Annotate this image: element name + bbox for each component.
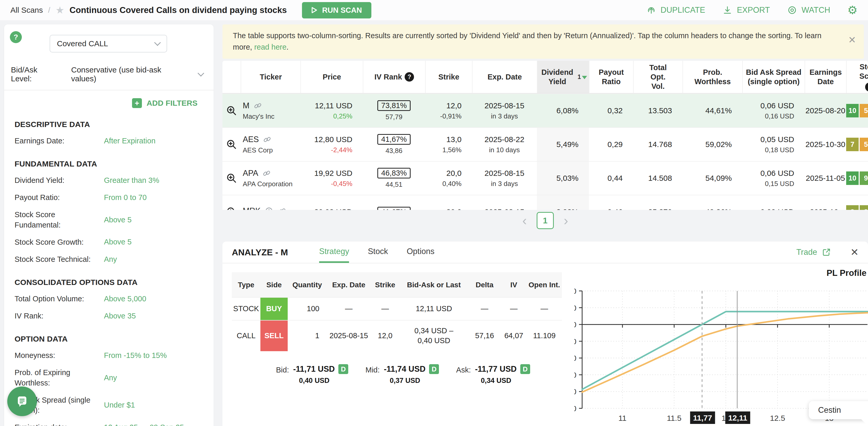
play-icon xyxy=(311,7,317,13)
filter-moneyness[interactable]: Moneyness: From -15% to 15% xyxy=(14,351,207,361)
breadcrumb-all-scans[interactable]: All Scans xyxy=(10,6,43,14)
svg-text:0: 0 xyxy=(574,320,577,329)
leg-bid-ask: 0,34 USD – 0,40 USD xyxy=(408,326,460,346)
link-icon[interactable] xyxy=(277,206,287,210)
leg-strike: — xyxy=(371,298,399,320)
help-icon[interactable]: ? xyxy=(10,31,22,43)
question-icon[interactable]: ? xyxy=(405,72,414,81)
add-filters-button[interactable]: + ADD FILTERS xyxy=(132,98,197,108)
chat-fab-button[interactable] xyxy=(7,387,37,416)
header-strike[interactable]: Strike xyxy=(425,61,472,93)
strategy-select[interactable]: Covered CALL xyxy=(50,35,167,53)
header-earnings-date[interactable]: Earnings Date xyxy=(805,61,846,93)
read-here-link[interactable]: read here xyxy=(254,43,286,51)
run-scan-button[interactable]: RUN SCAN xyxy=(302,2,371,19)
leg-iv: 64,07 xyxy=(501,321,527,351)
filter-expiration-date[interactable]: Expiration date: 12 Aug 25 — 09 Sep 25 xyxy=(14,422,207,426)
filter-dividend-yield[interactable]: Dividend Yield: Greater than 3% xyxy=(14,175,207,186)
header-iv-rank[interactable]: IV Rank? xyxy=(363,61,425,93)
trade-button[interactable]: Trade xyxy=(796,248,831,257)
table-row[interactable]: M Macy's Inc 12,11 USD0,25% 73,81%57,79 … xyxy=(222,94,868,127)
tab-stock[interactable]: Stock xyxy=(368,241,388,263)
export-button[interactable]: EXPORT xyxy=(722,5,770,15)
question-icon[interactable]: ? xyxy=(865,83,868,92)
mid-sub-value: 0,37 USD xyxy=(390,376,420,385)
table-row[interactable]: MRK $ 80,03 USD 41,67% 80,0 2025-08-15 3… xyxy=(222,195,868,210)
header-payout-ratio[interactable]: Payout Ratio xyxy=(589,61,633,93)
bidask-value: Conservative (use bid-ask values) xyxy=(71,65,187,83)
link-icon[interactable] xyxy=(253,101,262,110)
dollar-circle-icon[interactable]: $ xyxy=(264,206,274,210)
tab-strategy[interactable]: Strategy xyxy=(319,241,349,263)
svg-text:-150: -150 xyxy=(574,404,577,413)
favorite-star-icon[interactable]: ★ xyxy=(55,5,64,15)
watch-eye-icon xyxy=(787,5,797,15)
leg-quantity[interactable]: 100 xyxy=(288,298,327,320)
header-dividend-yield[interactable]: Dividend Yield 1 xyxy=(537,61,589,93)
table-row[interactable]: APA APA Corporation 19,92 USD-0,45% 46,8… xyxy=(222,161,868,195)
top-bar: All Scans / ★ Continuous Covered Calls o… xyxy=(0,0,868,20)
page-title: Continuous Covered Calls on dividend pay… xyxy=(69,5,287,15)
delayed-badge: D xyxy=(429,364,439,374)
zoom-in-icon[interactable] xyxy=(226,105,237,117)
tab-options[interactable]: Options xyxy=(407,241,435,263)
filter-stock-score-fundamental[interactable]: Stock Score Fundamental: Above 5 xyxy=(14,209,207,230)
filter-prob-expiring-worthless[interactable]: Prob. of Expiring Worthless: Any xyxy=(14,367,207,388)
link-icon[interactable] xyxy=(262,135,272,144)
next-page-button[interactable]: › xyxy=(562,214,570,227)
exp-days: in 3 days xyxy=(491,180,518,188)
header-ticker[interactable]: Ticker xyxy=(241,61,301,93)
header-stock-score[interactable]: Stock Score? xyxy=(846,61,868,93)
results-table: Ticker Price IV Rank? Strike Exp. Date D… xyxy=(222,61,868,210)
filter-stock-score-growth[interactable]: Stock Score Growth: Above 5 xyxy=(14,237,207,247)
company-name: AES Corp xyxy=(243,146,273,154)
leg-side-sell[interactable]: SELL xyxy=(260,321,288,351)
header-price[interactable]: Price xyxy=(301,61,363,93)
bidask-level-select[interactable]: Bid/Ask Level: Conservative (use bid-ask… xyxy=(11,65,203,83)
total-opt-vol: 35.370 xyxy=(648,207,672,210)
zoom-in-icon[interactable] xyxy=(226,206,237,210)
leg-side-buy[interactable]: BUY xyxy=(260,298,288,320)
banner-close-icon[interactable]: ✕ xyxy=(848,35,856,45)
bid-sub-value: 0,40 USD xyxy=(299,376,330,385)
filter-iv-rank[interactable]: IV Rank: Above 35 xyxy=(14,311,207,321)
link-icon[interactable] xyxy=(262,169,271,178)
close-icon[interactable]: ✕ xyxy=(850,247,859,257)
leg-quantity[interactable]: 1 xyxy=(288,321,327,351)
zoom-in-icon[interactable] xyxy=(226,139,237,150)
prob-worthless: 49,36% xyxy=(705,207,732,210)
header-prob-worthless[interactable]: Prob. Worthless xyxy=(682,61,742,93)
zoom-in-icon[interactable] xyxy=(226,172,237,184)
mid-value: -11,74 USD xyxy=(384,364,426,374)
leg-open-int: — xyxy=(527,298,562,320)
earnings-date: 2025-11-05 xyxy=(806,174,845,183)
filter-payout-ratio[interactable]: Payout Ratio: From 0 to 70 xyxy=(14,193,207,203)
filter-total-option-volume[interactable]: Total Option Volume: Above 5,000 xyxy=(14,294,207,304)
watch-button[interactable]: WATCH xyxy=(787,5,830,15)
filter-earnings-date[interactable]: Earnings Date: After Expiration xyxy=(14,136,207,146)
strategy-row-call[interactable]: CALL SELL 1 2025-08-15 12,0 0,34 USD – 0… xyxy=(232,320,562,351)
filter-list: DESCRIPTIVE DATA Earnings Date: After Ex… xyxy=(14,120,207,426)
duplicate-icon xyxy=(646,5,656,15)
header-iv: IV xyxy=(501,272,527,297)
total-opt-vol: 14.768 xyxy=(648,140,672,149)
page-number-button[interactable]: 1 xyxy=(537,212,554,229)
mid-quote: Mid: -11,74 USD D 0,37 USD xyxy=(365,364,439,385)
svg-text:$: $ xyxy=(268,208,270,210)
duplicate-button[interactable]: DUPLICATE xyxy=(646,5,705,15)
header-bid-ask-spread[interactable]: Bid Ask Spread (single option) xyxy=(742,61,805,93)
prev-page-button[interactable]: ‹ xyxy=(520,214,529,227)
strategy-row-stock[interactable]: STOCK BUY 100 — — 12,11 USD — — — xyxy=(232,297,562,320)
filter-stock-score-technical[interactable]: Stock Score Technical: Any xyxy=(14,254,207,264)
table-row[interactable]: AES AES Corp 12,80 USD-2,44% 41,67%43,86… xyxy=(222,127,868,161)
spread-sub: 0,16 USD xyxy=(765,112,794,120)
header-exp-date[interactable]: Exp. Date xyxy=(472,61,537,93)
prob-worthless: 44,61% xyxy=(705,106,732,115)
strike-moneyness: 0,40% xyxy=(442,180,462,188)
price: 12,80 USD xyxy=(314,135,352,144)
filter-bid-ask-spread[interactable]: Bid Ask Spread (single option): Under $1 xyxy=(14,395,207,415)
header-total-opt-vol[interactable]: Total Opt. Vol. xyxy=(633,61,682,93)
chat-icon xyxy=(15,394,29,408)
spread-sub: 0,15 USD xyxy=(765,180,794,188)
settings-gear-icon[interactable]: ⚙ xyxy=(847,4,858,16)
